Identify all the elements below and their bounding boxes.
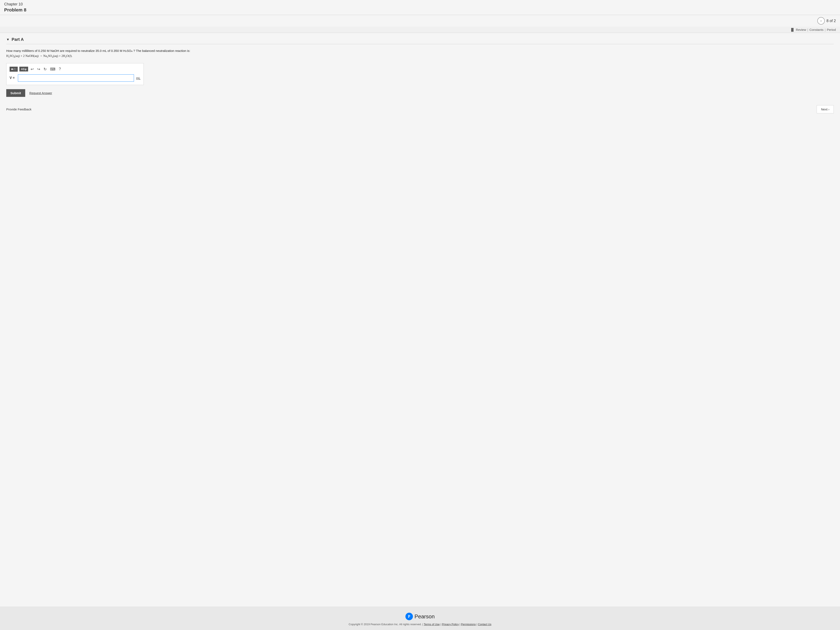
- chevron-left-icon: ‹: [820, 19, 821, 23]
- page-wrapper: Chapter 10 Problem 8 ‹ 8 of 2 ▐▌ Review …: [0, 0, 840, 630]
- page-count: 8 of 2: [826, 19, 836, 23]
- request-answer-button[interactable]: Request Answer: [29, 91, 52, 95]
- separator-2: |: [825, 28, 826, 32]
- next-button[interactable]: Next ›: [817, 105, 834, 113]
- unit-label: mL: [136, 76, 141, 80]
- main-content: ▼ Part A How many milliliters of 0.250 M…: [0, 33, 840, 606]
- pearson-icon: P: [406, 613, 413, 620]
- review-bar: ▐▌ Review | Constants | Period: [0, 27, 840, 33]
- separator-1: |: [807, 28, 808, 32]
- terms-link[interactable]: Terms of Use: [424, 623, 440, 626]
- part-header: ▼ Part A: [6, 37, 834, 44]
- toolbar: ■√□ AΣφ ↩ ↪ ↻ ⌨ ?: [9, 66, 141, 72]
- greek-button[interactable]: AΣφ: [19, 67, 28, 71]
- permissions-link[interactable]: Permissions: [461, 623, 476, 626]
- review-icon: ▐▌: [790, 28, 794, 32]
- footer-separator-3: |: [459, 623, 461, 626]
- answer-input[interactable]: [18, 74, 134, 82]
- help-button[interactable]: ?: [58, 66, 62, 72]
- collapse-arrow[interactable]: ▼: [6, 38, 9, 41]
- review-link[interactable]: Review: [796, 28, 806, 32]
- answer-box: ■√□ AΣφ ↩ ↪ ↻ ⌨ ? V = mL: [6, 63, 144, 85]
- math-button[interactable]: ■√□: [9, 67, 18, 72]
- privacy-link[interactable]: Privacy Policy: [442, 623, 459, 626]
- action-buttons: Submit Request Answer: [6, 89, 834, 97]
- part-title: Part A: [12, 37, 24, 42]
- keyboard-icon: ⌨: [50, 67, 55, 71]
- footer: P Pearson Copyright © 2019 Pearson Educa…: [0, 606, 840, 630]
- constants-link[interactable]: Constants: [809, 28, 824, 32]
- top-bar: Chapter 10 Problem 8: [0, 0, 840, 15]
- copyright-label: Copyright © 2019 Pearson Education Inc. …: [349, 623, 422, 626]
- undo-button[interactable]: ↩: [30, 66, 35, 72]
- pearson-logo: P Pearson: [4, 613, 836, 620]
- refresh-button[interactable]: ↻: [43, 66, 47, 72]
- feedback-next-row: Provide Feedback Next ›: [6, 105, 834, 113]
- navigation-bar: ‹ 8 of 2: [0, 15, 840, 27]
- footer-separator-1: |: [422, 623, 424, 626]
- question-formula: H2SO4(aq) + 2 NaOH(aq) → Na2SO4(aq) + 2H…: [6, 53, 834, 59]
- question-text: How many milliliters of 0.250 M NaOH are…: [6, 48, 834, 59]
- input-row: V = mL: [9, 74, 141, 82]
- chapter-label: Chapter 10: [4, 2, 836, 6]
- v-equals-label: V =: [9, 76, 16, 80]
- contact-link[interactable]: Contact Us: [478, 623, 491, 626]
- period-link[interactable]: Period: [827, 28, 836, 32]
- problem-label: Problem 8: [4, 7, 836, 13]
- question-main: How many milliliters of 0.250 M NaOH are…: [6, 48, 834, 53]
- pearson-name: Pearson: [415, 613, 435, 620]
- redo-button[interactable]: ↪: [36, 66, 41, 72]
- provide-feedback-link[interactable]: Provide Feedback: [6, 107, 32, 111]
- keyboard-button[interactable]: ⌨: [49, 66, 56, 72]
- copyright-text: Copyright © 2019 Pearson Education Inc. …: [4, 623, 836, 626]
- math-icon: ■√□: [11, 68, 16, 71]
- submit-button[interactable]: Submit: [6, 89, 25, 97]
- nav-back-button[interactable]: ‹: [817, 17, 825, 25]
